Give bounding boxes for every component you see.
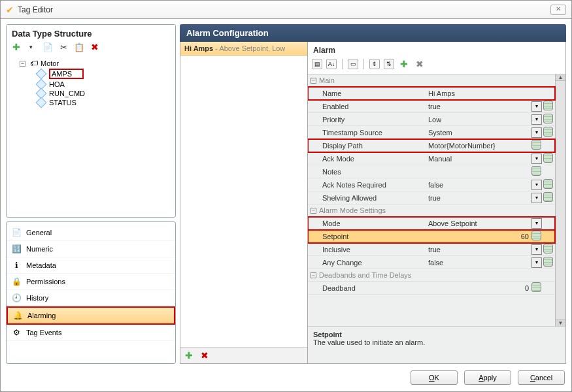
- binding-icon[interactable]: [543, 192, 553, 203]
- property-value[interactable]: 60: [426, 230, 531, 242]
- property-grid[interactable]: −MainNameHi AmpsEnabledtrue▾PriorityLow▾…: [308, 74, 565, 327]
- dropdown-button[interactable]: ▾: [531, 244, 542, 255]
- collapse-all-button[interactable]: ⇅: [384, 59, 394, 69]
- binding-icon[interactable]: [543, 257, 553, 268]
- dropdown-button[interactable]: ▾: [531, 101, 542, 112]
- add-property-button[interactable]: [398, 58, 410, 70]
- property-row-displaypath[interactable]: Display PathMotor{MotorNumber}: [308, 139, 555, 152]
- binding-icon[interactable]: [543, 101, 553, 112]
- property-value[interactable]: true: [426, 100, 531, 112]
- tree-item-amps[interactable]: AMPS: [49, 69, 84, 79]
- tree-root-label[interactable]: Motor: [41, 59, 59, 67]
- binding-icon[interactable]: [543, 127, 553, 138]
- add-tag-button[interactable]: [10, 41, 22, 53]
- nav-item-permissions[interactable]: 🔒Permissions: [7, 274, 175, 290]
- alarm-list-panel: Hi Amps - Above Setpoint, Low: [180, 42, 308, 364]
- paste-tag-button[interactable]: [73, 41, 85, 53]
- tag-tree[interactable]: − Motor AMPS HOA RUN_CMD STATUS: [7, 57, 175, 217]
- alarm-config-title: Alarm Configuration: [180, 24, 566, 42]
- property-value[interactable]: Low: [426, 113, 531, 125]
- property-row-anychange[interactable]: Any Changefalse▾: [308, 256, 555, 269]
- dropdown-button[interactable]: ▾: [531, 154, 542, 164]
- alarm-list-item[interactable]: Hi Amps - Above Setpoint, Low: [180, 42, 307, 56]
- nav-item-history[interactable]: 🕘History: [7, 290, 175, 306]
- nav-item-alarming[interactable]: 🔔Alarming: [7, 306, 175, 325]
- ok-button[interactable]: OK: [411, 370, 458, 385]
- property-value[interactable]: Above Setpoint: [426, 217, 531, 229]
- property-group-alarm-mode-settings[interactable]: −Alarm Mode Settings: [308, 204, 555, 217]
- property-value[interactable]: Hi Amps: [426, 87, 531, 99]
- property-row-notes[interactable]: Notes: [308, 165, 555, 178]
- property-row-acknotes[interactable]: Ack Notes Requiredfalse▾: [308, 178, 555, 191]
- binding-icon[interactable]: [543, 179, 553, 190]
- tree-item-runcmd[interactable]: RUN_CMD: [49, 90, 85, 97]
- window-close-button[interactable]: ✕: [550, 5, 566, 15]
- nav-item-numeric[interactable]: 🔢Numeric: [7, 241, 175, 257]
- expand-all-button[interactable]: ⇕: [369, 59, 380, 69]
- property-row-enabled[interactable]: Enabledtrue▾: [308, 100, 555, 113]
- binding-icon[interactable]: [543, 244, 553, 255]
- dropdown-button[interactable]: ▾: [531, 180, 542, 190]
- apply-button[interactable]: Apply: [464, 370, 511, 385]
- property-controls: [531, 230, 555, 242]
- nav-item-tagevents[interactable]: ⚙Tag Events: [7, 325, 175, 341]
- tree-item-hoa[interactable]: HOA: [49, 80, 65, 88]
- tree-item-status[interactable]: STATUS: [49, 99, 76, 106]
- property-row-priority[interactable]: PriorityLow▾: [308, 113, 555, 126]
- alarm-list[interactable]: Hi Amps - Above Setpoint, Low: [180, 42, 307, 347]
- property-value[interactable]: System: [426, 126, 531, 139]
- binding-icon[interactable]: [531, 166, 541, 177]
- group-collapse-icon[interactable]: −: [311, 272, 316, 278]
- binding-icon[interactable]: [531, 140, 541, 151]
- nav-item-general[interactable]: 📄General: [7, 225, 175, 241]
- property-row-inclusive[interactable]: Inclusivetrue▾: [308, 243, 555, 256]
- property-value[interactable]: 0: [426, 282, 531, 294]
- copy-tag-button[interactable]: [42, 41, 54, 53]
- group-collapse-icon[interactable]: −: [311, 208, 316, 214]
- property-value[interactable]: Motor{MotorNumber}: [426, 139, 531, 152]
- property-group-main[interactable]: −Main: [308, 74, 555, 87]
- group-collapse-icon[interactable]: −: [311, 78, 316, 84]
- dropdown-button[interactable]: ▾: [531, 127, 542, 138]
- dropdown-button[interactable]: ▾: [531, 114, 542, 125]
- property-value[interactable]: [426, 165, 531, 178]
- tree-collapse-icon[interactable]: −: [20, 61, 25, 67]
- add-alarm-button[interactable]: [183, 350, 195, 361]
- property-group-deadbands-and-time-delays[interactable]: −Deadbands and Time Delays: [308, 269, 555, 282]
- property-row-deadband[interactable]: Deadband0: [308, 282, 555, 295]
- delete-tag-button[interactable]: [89, 41, 101, 53]
- dropdown-button[interactable]: ▾: [531, 257, 542, 268]
- add-tag-dropdown[interactable]: [26, 41, 38, 53]
- dropdown-button[interactable]: ▾: [531, 218, 542, 229]
- property-value[interactable]: true: [426, 243, 531, 255]
- cancel-button[interactable]: Cancel: [518, 370, 565, 385]
- alarm-config-panel: Alarm Configuration Hi Amps - Above Setp…: [180, 24, 566, 364]
- property-row-ackmode[interactable]: Ack ModeManual▾: [308, 152, 555, 165]
- property-label: Ack Mode: [308, 152, 426, 165]
- binding-icon[interactable]: [543, 153, 553, 164]
- property-value[interactable]: Manual: [426, 152, 531, 165]
- vertical-scrollbar[interactable]: [555, 74, 565, 326]
- show-props-button[interactable]: ▭: [348, 59, 358, 69]
- binding-icon[interactable]: [531, 282, 541, 293]
- binding-icon[interactable]: [531, 231, 541, 242]
- categorized-view-button[interactable]: ▤: [312, 59, 322, 69]
- window-title: Tag Editor: [18, 5, 53, 14]
- property-value[interactable]: false: [426, 256, 531, 269]
- nav-item-metadata[interactable]: ℹMetadata: [7, 257, 175, 274]
- property-row-timestampsrc[interactable]: Timestamp SourceSystem▾: [308, 126, 555, 139]
- cut-tag-button[interactable]: [58, 41, 69, 53]
- property-row-setpoint[interactable]: Setpoint60: [308, 230, 555, 243]
- property-value[interactable]: false: [426, 178, 531, 191]
- binding-icon[interactable]: [543, 114, 553, 125]
- dropdown-button[interactable]: ▾: [531, 193, 542, 203]
- motor-folder-icon: [30, 59, 38, 68]
- property-row-mode[interactable]: ModeAbove Setpoint▾: [308, 217, 555, 230]
- alphabetical-view-button[interactable]: A↓: [326, 59, 337, 69]
- property-row-shelving[interactable]: Shelving Allowedtrue▾: [308, 191, 555, 204]
- nav-item-label: Numeric: [26, 245, 53, 253]
- delete-alarm-button[interactable]: [199, 350, 210, 361]
- remove-property-button[interactable]: [414, 58, 426, 70]
- property-row-name[interactable]: NameHi Amps: [308, 87, 555, 100]
- property-value[interactable]: true: [426, 191, 531, 204]
